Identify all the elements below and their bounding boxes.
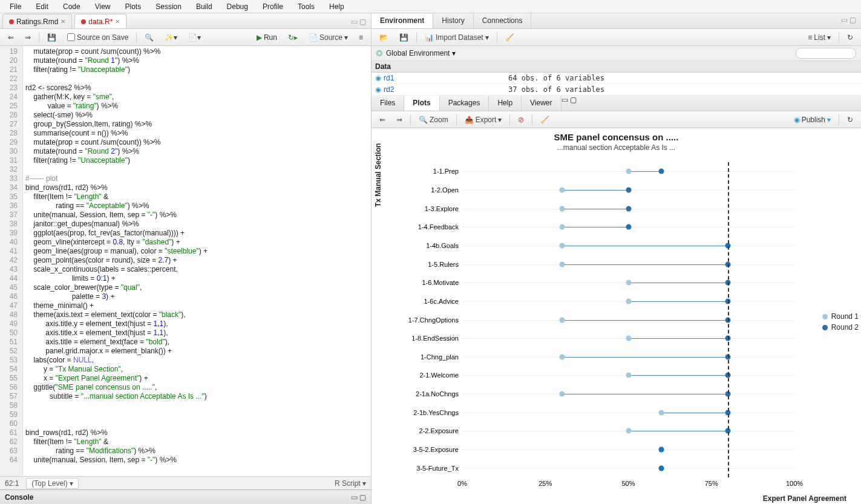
menu-profile[interactable]: Profile <box>255 1 290 12</box>
language-indicator[interactable]: R Script ▾ <box>335 479 366 488</box>
wand-button[interactable]: ✨▾ <box>160 31 182 44</box>
env-tab-history[interactable]: History <box>433 13 473 28</box>
env-scope-selector[interactable]: Global Environment ▾ <box>386 49 456 57</box>
chart-point <box>659 169 664 174</box>
menu-edit[interactable]: Edit <box>28 1 56 12</box>
plot-tab-files[interactable]: Files <box>372 96 404 111</box>
chart-ytick-label: 1-1.Prep <box>433 168 459 175</box>
menu-build[interactable]: Build <box>189 1 220 12</box>
clear-env-button[interactable]: 🧹 <box>501 31 519 44</box>
chart-ytick-label: 2-2.Exposure <box>419 427 459 434</box>
chart-ytick-label: 1-6c.Advice <box>424 298 459 305</box>
rerun-button[interactable]: ↻▸ <box>284 31 302 44</box>
prev-plot-button[interactable]: ⇐ <box>375 114 390 126</box>
menu-file[interactable]: File <box>2 1 28 12</box>
menu-view[interactable]: View <box>88 1 118 12</box>
plot-tab-help[interactable]: Help <box>489 96 522 111</box>
close-icon[interactable]: ✕ <box>61 18 65 25</box>
chart-xtick-label: 75% <box>705 480 718 487</box>
chart-ytick-label: 1-8.EndSession <box>411 335 459 342</box>
source-tab[interactable]: Ratings.Rmd✕ <box>2 14 72 28</box>
source-button[interactable]: 📄 Source ▾ <box>304 31 352 44</box>
notebook-button[interactable]: 📄▾ <box>184 31 205 44</box>
code-editor[interactable]: 1920212223242526272829303132333435363738… <box>0 46 371 476</box>
menu-debug[interactable]: Debug <box>220 1 255 12</box>
refresh-env-button[interactable]: ↻ <box>843 31 857 44</box>
plot-tab-packages[interactable]: Packages <box>440 96 489 111</box>
chart-legend: Round 1Round 2 <box>822 310 859 334</box>
env-list-mode[interactable]: ≡ List ▾ <box>804 31 835 44</box>
pane-window-controls[interactable]: ▭ ▢ <box>346 15 371 28</box>
chart: SME panel concensus on ..... ...manual s… <box>372 128 861 504</box>
chart-point <box>626 373 631 378</box>
zoom-button[interactable]: 🔍 Zoom <box>414 114 453 126</box>
chart-title: SME panel concensus on ..... <box>372 132 861 142</box>
source-toolbar: ⇐ ⇒ 💾 Source on Save 🔍 ✨▾ 📄▾ ▶ Run ↻▸ 📄 … <box>0 29 371 46</box>
run-button[interactable]: ▶ Run <box>252 31 281 44</box>
chart-point <box>559 261 565 267</box>
plot-window-controls[interactable]: ▭ ▢ <box>561 96 577 111</box>
back-button[interactable]: ⇐ <box>4 31 18 44</box>
find-button[interactable]: 🔍 <box>140 31 158 44</box>
chart-point <box>559 224 565 230</box>
plot-tab-plots[interactable]: Plots <box>404 96 439 111</box>
env-section-header: Data <box>372 61 861 73</box>
next-plot-button[interactable]: ⇒ <box>392 114 407 126</box>
chart-ytick-label: 1-2.Open <box>431 186 459 194</box>
env-data-row[interactable]: ◉ rd164 obs. of 6 variables <box>372 73 861 84</box>
plot-tab-viewer[interactable]: Viewer <box>522 96 561 111</box>
env-window-controls[interactable]: ▭ ▢ <box>836 13 861 28</box>
import-dataset-button[interactable]: 📊 Import Dataset ▾ <box>421 31 493 44</box>
menu-plots[interactable]: Plots <box>118 1 149 12</box>
chart-point <box>559 354 565 359</box>
publish-button[interactable]: ◉ Publish ▾ <box>790 114 835 126</box>
console-header[interactable]: Console ▭ ▢ <box>0 489 371 504</box>
clear-plots-button[interactable]: 🧹 <box>536 114 554 126</box>
refresh-plot-button[interactable]: ↻ <box>843 114 857 126</box>
load-workspace-button[interactable]: 📂 <box>375 31 393 44</box>
menu-code[interactable]: Code <box>56 1 88 12</box>
source-statusbar: 62:1 (Top Level) ▾ R Script ▾ <box>0 476 371 489</box>
tab-label: Ratings.Rmd <box>16 18 58 26</box>
cursor-position: 62:1 <box>5 479 19 488</box>
file-icon <box>81 19 86 24</box>
save-workspace-button[interactable]: 💾 <box>395 31 413 44</box>
chart-point <box>559 243 565 248</box>
save-button[interactable]: 💾 <box>43 31 61 44</box>
close-icon[interactable]: ✕ <box>115 18 120 25</box>
menu-session[interactable]: Session <box>148 1 189 12</box>
chart-ytick-label: 1-3.Explore <box>425 205 459 212</box>
chart-ytick-label: 1-Chng_plan <box>421 353 459 361</box>
file-icon <box>9 19 14 24</box>
menu-tools[interactable]: Tools <box>290 1 322 12</box>
menu-help[interactable]: Help <box>322 1 352 12</box>
export-button[interactable]: 📤 Export ▾ <box>460 114 506 126</box>
source-tab[interactable]: data.R*✕ <box>74 14 126 28</box>
chart-point <box>626 169 631 174</box>
legend-item: Round 2 <box>822 323 859 332</box>
chart-ylabel: Tx Manual Section <box>374 143 382 207</box>
code-area[interactable]: mutate(prop = count /sum(count)) %>% mut… <box>23 46 371 476</box>
chart-ytick-label: 2-1a.NoChngs <box>416 390 459 398</box>
chart-point <box>659 465 664 471</box>
env-data-row[interactable]: ◉ rd237 obs. of 6 variables <box>372 84 861 96</box>
source-on-save-checkbox[interactable]: Source on Save <box>63 31 133 44</box>
outline-button[interactable]: ≡ <box>355 31 367 44</box>
env-tab-environment[interactable]: Environment <box>372 13 433 28</box>
env-search-input[interactable] <box>796 48 856 59</box>
chart-xlabel: Expert Panel Agreement <box>763 494 846 503</box>
console-window-controls[interactable]: ▭ ▢ <box>351 493 366 502</box>
forward-button[interactable]: ⇒ <box>21 31 35 44</box>
env-tab-connections[interactable]: Connections <box>474 13 532 28</box>
chart-point <box>559 317 565 322</box>
remove-plot-button[interactable]: ⊘ <box>514 114 528 126</box>
source-pane: Ratings.Rmd✕data.R*✕▭ ▢ ⇐ ⇒ 💾 Source on … <box>0 13 372 504</box>
scope-selector[interactable]: (Top Level) ▾ <box>26 478 79 489</box>
legend-item: Round 1 <box>822 312 859 321</box>
chart-ytick-label: 1-5.Rulers <box>428 261 459 268</box>
chart-subtitle: ...manual section Acceptable As Is ... <box>372 143 861 152</box>
chart-xtick-label: 50% <box>621 480 635 487</box>
chart-point <box>626 224 631 230</box>
globe-icon <box>376 50 382 56</box>
chart-point <box>626 187 631 192</box>
